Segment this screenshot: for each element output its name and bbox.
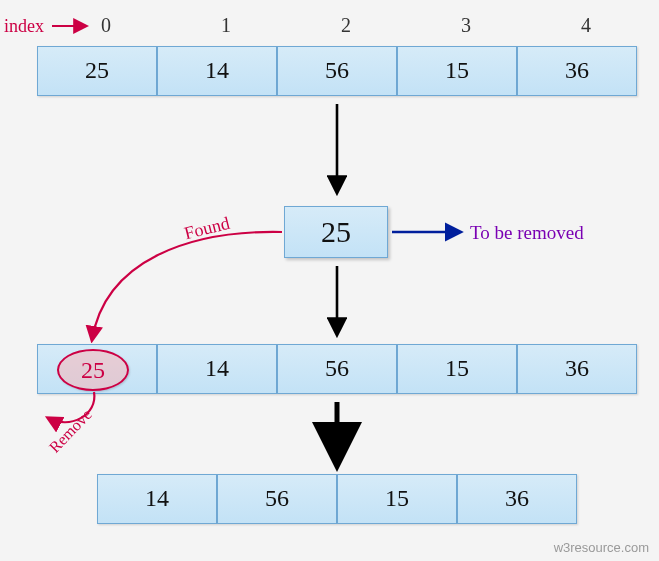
orig-cell-2: 56 [277, 46, 397, 96]
found-val-0: 25 [59, 351, 127, 384]
found-val-1: 14 [158, 345, 276, 382]
found-cell-2: 56 [277, 344, 397, 394]
watermark: w3resource.com [554, 540, 649, 555]
target-val: 25 [285, 207, 387, 249]
orig-val-2: 56 [278, 47, 396, 84]
orig-val-1: 14 [158, 47, 276, 84]
target-value-box: 25 [284, 206, 388, 258]
found-cell-3: 15 [397, 344, 517, 394]
orig-cell-0: 25 [37, 46, 157, 96]
result-val-3: 36 [458, 475, 576, 512]
found-label: Found [182, 213, 232, 245]
result-val-1: 56 [218, 475, 336, 512]
index-1: 1 [216, 14, 236, 37]
found-highlight-ellipse: 25 [57, 349, 129, 391]
index-0: 0 [96, 14, 116, 37]
orig-val-0: 25 [38, 47, 156, 84]
arrow-found-curve [92, 232, 282, 340]
index-2: 2 [336, 14, 356, 37]
remove-label: Remove [46, 406, 96, 457]
result-cell-3: 36 [457, 474, 577, 524]
found-val-3: 15 [398, 345, 516, 382]
to-be-removed-label: To be removed [470, 222, 584, 244]
index-3: 3 [456, 14, 476, 37]
index-4: 4 [576, 14, 596, 37]
result-val-0: 14 [98, 475, 216, 512]
orig-cell-4: 36 [517, 46, 637, 96]
index-label: index [4, 16, 44, 37]
orig-cell-3: 15 [397, 46, 517, 96]
found-cell-1: 14 [157, 344, 277, 394]
result-cell-2: 15 [337, 474, 457, 524]
result-cell-1: 56 [217, 474, 337, 524]
orig-val-4: 36 [518, 47, 636, 84]
orig-val-3: 15 [398, 47, 516, 84]
found-val-2: 56 [278, 345, 396, 382]
result-cell-0: 14 [97, 474, 217, 524]
found-val-4: 36 [518, 345, 636, 382]
found-cell-4: 36 [517, 344, 637, 394]
diagram-stage: index 0 1 2 3 4 25 14 56 15 36 25 To be … [0, 0, 659, 561]
orig-cell-1: 14 [157, 46, 277, 96]
result-val-2: 15 [338, 475, 456, 512]
